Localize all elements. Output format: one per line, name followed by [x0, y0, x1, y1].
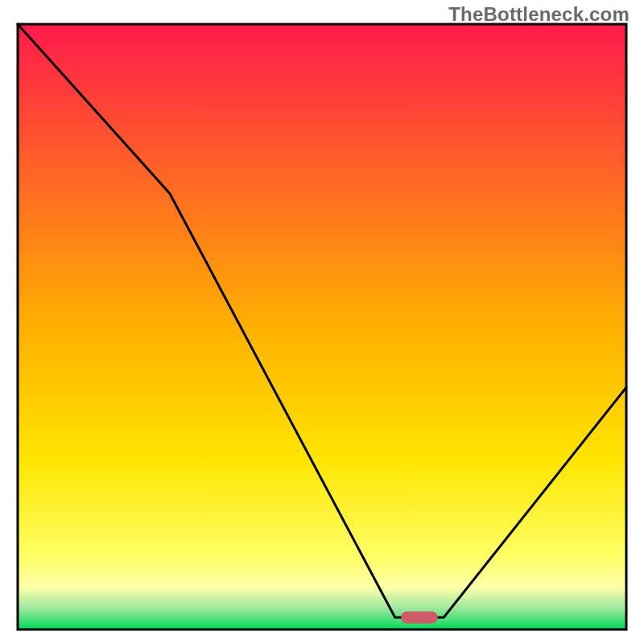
bottleneck-chart — [0, 0, 644, 644]
optimal-marker — [401, 611, 437, 623]
plot-background — [18, 24, 626, 630]
chart-container: TheBottleneck.com — [0, 0, 644, 644]
watermark-text: TheBottleneck.com — [448, 3, 630, 26]
